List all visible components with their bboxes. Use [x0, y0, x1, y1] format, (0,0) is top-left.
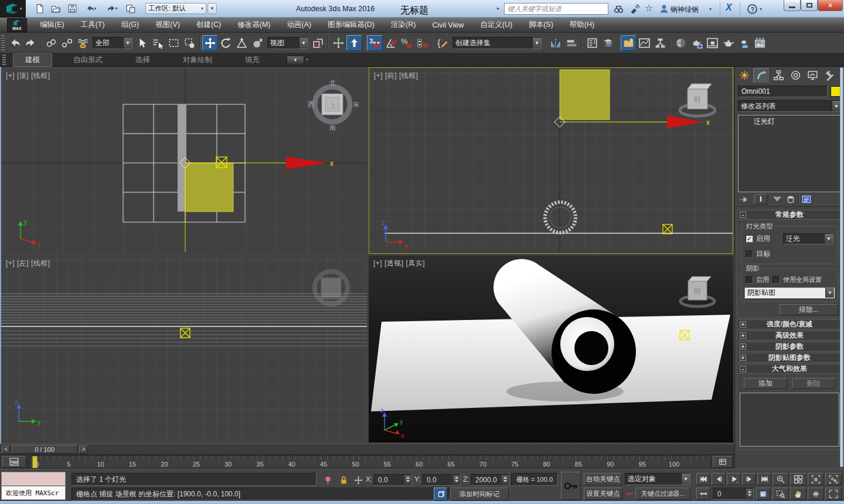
search-input[interactable]: 键入关键字或短语 [504, 3, 608, 15]
ribbon-tab-5[interactable]: 填充 [233, 54, 271, 66]
maximize-viewport-toggle-icon[interactable] [825, 488, 842, 500]
select-by-name-icon[interactable] [150, 35, 166, 51]
mini-curve-editor-icon[interactable] [2, 456, 26, 468]
mirror-icon[interactable] [548, 35, 564, 51]
snaps-toggle-3d-icon[interactable]: 3 [367, 35, 383, 51]
open-rendered-image-icon[interactable] [752, 35, 768, 51]
toggle-key-mode-icon[interactable] [561, 472, 581, 500]
rectangular-selection-region-icon[interactable] [166, 35, 182, 51]
close-button[interactable]: ✕ [818, 0, 843, 11]
menu-item-4[interactable]: 视图(V) [147, 18, 188, 33]
manipulator-icon[interactable] [331, 35, 346, 51]
viewport-front[interactable]: [+] [前] [线框] x 前 z x [369, 67, 733, 254]
modifier-stack-item[interactable]: 泛光灯 [738, 115, 840, 127]
user-icon[interactable] [659, 4, 669, 14]
rollout-collapsed-1-toggle-icon[interactable]: + [740, 321, 746, 328]
toggle-layer-explorer-icon[interactable] [600, 35, 616, 51]
viewport-top[interactable]: [+] [顶] [线框] x 上 北 [1, 68, 367, 254]
rollout-collapsed-3-toggle-icon[interactable]: + [740, 343, 746, 350]
utilities-tab-icon[interactable] [821, 68, 838, 83]
selection-filter-dropdown[interactable]: 全部▼ [93, 37, 132, 49]
absolute-transform-cube-icon[interactable] [434, 488, 447, 500]
app-logo-icon[interactable]: ▾ [0, 0, 26, 18]
select-object-icon[interactable] [134, 35, 150, 51]
rollout-general-parameters-toggle-icon[interactable]: - [740, 212, 746, 218]
previous-frame-icon[interactable] [712, 473, 726, 485]
viewport-perspective[interactable]: [+] [透视] [真实] [369, 256, 733, 442]
edit-named-selection-sets-icon[interactable]: { [435, 35, 451, 51]
enable-light-checkbox[interactable]: ✓ [746, 235, 753, 243]
menu-item-12[interactable]: 脚本(S) [520, 18, 561, 33]
use-pivot-point-center-icon[interactable] [310, 35, 326, 51]
key-mode-toggle-icon[interactable] [696, 488, 710, 500]
time-configuration-icon[interactable] [756, 488, 770, 500]
maxscript-listener-output[interactable]: 欢迎使用 MAXScr [1, 486, 66, 500]
select-and-manipulate-icon[interactable] [250, 35, 266, 51]
rollout-atmosphere-effects-toggle-icon[interactable]: - [740, 366, 746, 372]
rollout-atmosphere-effects[interactable]: -大气和效果 [737, 364, 842, 374]
key-filters-button[interactable]: 关键点过滤器... [635, 488, 690, 500]
shadow-type-dropdown[interactable]: 阴影贴图▼ [744, 287, 835, 298]
rollout-collapsed-3[interactable]: +阴影参数 [737, 342, 842, 352]
ribbon-tab-4[interactable]: 对象绘制 [171, 54, 224, 66]
time-slider[interactable]: 0 / 100 [12, 445, 77, 454]
redo-icon[interactable]: ▾ [102, 2, 122, 16]
angle-snap-icon[interactable] [383, 35, 399, 51]
orbit-icon[interactable] [808, 488, 824, 500]
menu-item-1[interactable]: 编辑(E) [32, 18, 73, 33]
menu-item-6[interactable]: 修改器(M) [229, 18, 278, 33]
use-global-settings-checkbox[interactable] [772, 276, 780, 284]
display-tab-icon[interactable] [804, 68, 821, 83]
zoom-extents-all-icon[interactable] [825, 473, 842, 485]
schematic-view-icon[interactable] [652, 35, 668, 51]
user-name[interactable]: 钢神绿钢 [671, 5, 699, 15]
play-animation-icon[interactable] [727, 473, 741, 485]
track-bar-ruler[interactable]: 0510152025303540455055606570758085909510… [29, 455, 710, 469]
curve-editor-icon[interactable] [637, 35, 652, 51]
toolbar-grip[interactable] [1, 35, 5, 50]
make-unique-icon[interactable] [771, 194, 783, 205]
maxscript-listener-pink[interactable] [1, 472, 66, 486]
select-and-move-icon[interactable] [202, 35, 218, 51]
menu-item-5[interactable]: 创建(C) [188, 18, 229, 33]
atmosphere-delete-button[interactable]: 删除 [792, 378, 835, 389]
modify-tab-icon[interactable] [753, 68, 770, 83]
minimize-button[interactable] [784, 0, 801, 11]
spinner-snap-icon[interactable] [414, 35, 430, 51]
reference-coordinate-system-dropdown[interactable]: 视图▼ [267, 37, 308, 49]
undo-icon[interactable]: ▾ [81, 2, 101, 16]
selection-lock-icon[interactable] [337, 474, 350, 486]
save-icon[interactable] [64, 2, 80, 16]
atmosphere-effects-list[interactable] [740, 393, 839, 447]
keyboard-shortcut-override-icon[interactable] [346, 35, 362, 51]
target-checkbox[interactable] [746, 250, 753, 258]
menu-item-8[interactable]: 图形编辑器(D) [319, 18, 383, 33]
frame-back-button[interactable]: < [2, 445, 11, 454]
go-to-start-icon[interactable] [696, 473, 710, 485]
search-expander-icon[interactable]: ▸ [497, 5, 500, 11]
ribbon-tab-1[interactable]: 建模 [13, 53, 52, 67]
coord-z-field[interactable]: 2000.0 [471, 474, 509, 486]
material-editor-icon[interactable] [673, 35, 689, 51]
max-app-menu-button[interactable]: MAX [7, 18, 27, 32]
select-and-link-icon[interactable] [43, 35, 59, 51]
rollout-collapsed-1[interactable]: +强度/颜色/衰减 [737, 319, 842, 329]
zoom-extents-icon[interactable] [808, 473, 824, 485]
menu-item-2[interactable]: 工具(T) [73, 18, 113, 33]
current-frame-field[interactable]: 0 [713, 488, 754, 500]
render-production-icon[interactable] [720, 35, 736, 51]
render-setup-icon[interactable] [689, 35, 705, 51]
remove-modifier-icon[interactable] [785, 194, 797, 205]
toggle-scene-explorer-icon[interactable] [584, 35, 600, 51]
panel-scrollbar[interactable] [840, 67, 843, 467]
track-bar-options-icon[interactable] [713, 456, 733, 468]
unlink-selection-icon[interactable] [59, 35, 75, 51]
maximize-button[interactable] [801, 0, 818, 11]
pan-view-icon[interactable] [790, 488, 806, 500]
bind-to-space-warp-icon[interactable] [75, 35, 91, 51]
pin-stack-icon[interactable] [738, 194, 750, 205]
help-menu-arrow-icon[interactable]: ▾ [760, 6, 762, 12]
workspace-selector[interactable]: 工作区: 默认▾ [145, 3, 206, 14]
user-menu-arrow-icon[interactable]: ▾ [709, 6, 712, 12]
select-and-rotate-icon[interactable] [218, 35, 234, 51]
